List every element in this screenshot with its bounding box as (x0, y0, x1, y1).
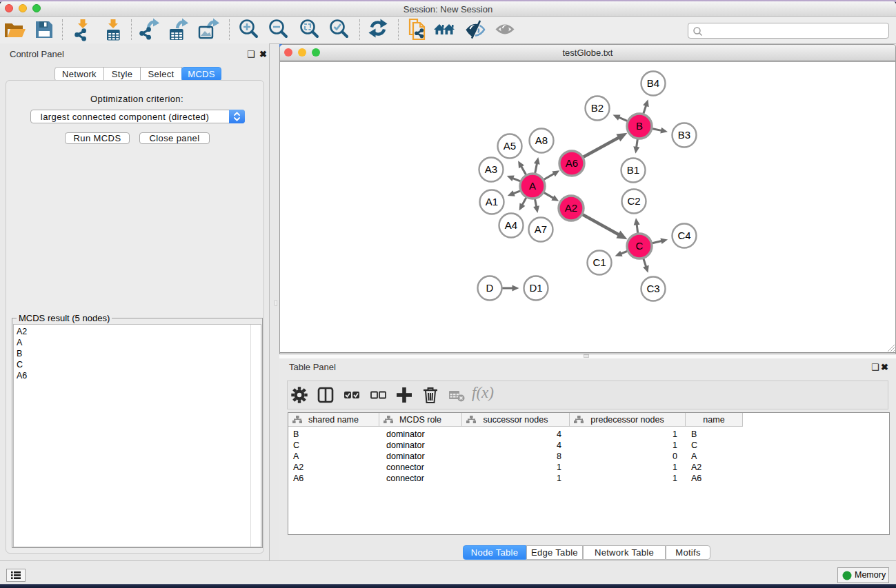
svg-text:A3: A3 (485, 163, 497, 175)
svg-text:A: A (529, 180, 536, 192)
svg-text:A7: A7 (535, 223, 547, 235)
svg-text:B3: B3 (678, 129, 690, 141)
svg-text:A5: A5 (504, 140, 516, 152)
svg-text:C2: C2 (627, 195, 640, 207)
svg-text:D1: D1 (529, 282, 542, 294)
svg-text:B2: B2 (591, 102, 604, 114)
svg-text:A1: A1 (486, 196, 498, 207)
svg-text:A2: A2 (565, 202, 577, 214)
svg-text:B: B (636, 120, 643, 132)
svg-text:B1: B1 (627, 164, 639, 176)
svg-text:C1: C1 (593, 256, 606, 268)
svg-text:D: D (486, 282, 494, 294)
svg-text:B4: B4 (647, 77, 659, 89)
svg-text:C3: C3 (646, 283, 659, 294)
svg-text:A4: A4 (505, 219, 517, 231)
svg-text:C4: C4 (677, 230, 690, 241)
svg-text:C: C (636, 240, 644, 252)
svg-text:A6: A6 (566, 157, 578, 169)
svg-text:A8: A8 (535, 134, 548, 146)
